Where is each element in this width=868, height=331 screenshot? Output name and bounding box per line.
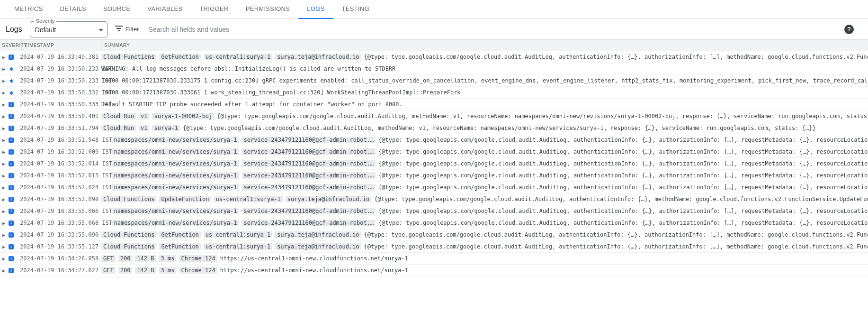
summary-chip <box>101 148 108 155</box>
severity-icon: i <box>8 232 20 238</box>
summary-text: {@type: type.googleapis.com/google.cloud… <box>378 137 868 143</box>
severity-icon: i <box>8 221 20 226</box>
summary-chip: service-243479121160@gcf-admin-robot.… <box>242 184 376 191</box>
tab-permissions[interactable]: PERMISSIONS <box>237 0 299 19</box>
severity-icon: i <box>8 138 20 143</box>
tab-trigger[interactable]: TRIGGER <box>191 0 237 19</box>
expand-icon[interactable]: ▶ <box>0 102 8 107</box>
expand-icon[interactable]: ▶ <box>0 244 8 249</box>
expand-icon[interactable]: ▶ <box>0 90 8 95</box>
tab-bar: METRICSDETAILSSOURCEVARIABLESTRIGGERPERM… <box>0 0 868 19</box>
summary: GET200142 B3 msChrome 124https://us-cent… <box>101 255 868 262</box>
summary: namespaces/omni-new/services/surya-1serv… <box>101 220 868 226</box>
search-input[interactable] <box>147 24 840 35</box>
summary-chip: 142 B <box>135 267 156 274</box>
severity-icon: i <box>8 173 20 178</box>
summary-chip <box>101 160 108 167</box>
tab-testing[interactable]: TESTING <box>333 0 378 19</box>
summary: namespaces/omni-new/services/surya-1serv… <box>101 160 868 167</box>
log-row[interactable]: ▶i2024-07-19 16:33:52.015 IST namespaces… <box>0 170 868 182</box>
timestamp: 2024-07-19 16:34:27.627 IST <box>20 267 101 274</box>
expand-icon[interactable]: ▶ <box>0 268 8 273</box>
severity-icon: i <box>8 55 20 60</box>
expand-icon[interactable]: ▶ <box>0 138 8 143</box>
severity-icon: i <box>8 149 20 155</box>
summary-chip: service-243479121160@gcf-admin-robot.… <box>242 137 376 143</box>
summary: GET200142 B3 msChrome 124https://us-cent… <box>101 267 868 274</box>
expand-icon[interactable]: ▶ <box>0 173 8 178</box>
summary: namespaces/omni-new/services/surya-1serv… <box>101 208 868 214</box>
log-row[interactable]: ▶✱2024-07-19 16:33:50.233 ISTI0000 00:00… <box>0 75 868 87</box>
log-row[interactable]: ▶i2024-07-19 16:33:52.014 IST namespaces… <box>0 158 868 170</box>
tab-metrics[interactable]: METRICS <box>6 0 52 19</box>
summary: Default STARTUP TCP probe succeeded afte… <box>101 101 868 108</box>
log-body: ▶i2024-07-19 16:33:49.381 ISTCloud Funct… <box>0 51 868 276</box>
summary-chip: service-243479121160@gcf-admin-robot.… <box>242 160 376 167</box>
severity-select[interactable]: Severity Default <box>30 21 107 37</box>
summary: Cloud FunctionsGetFunctionus-central1:su… <box>101 243 868 250</box>
summary-chip <box>101 184 108 191</box>
log-row[interactable]: ▶i2024-07-19 16:33:50.333 ISTDefault STA… <box>0 99 868 110</box>
severity-value: Default <box>35 26 56 34</box>
log-row[interactable]: ▶i2024-07-19 16:33:51.794 ISTCloud Runv1… <box>0 122 868 134</box>
log-row[interactable]: ▶i2024-07-19 16:33:55.127 ISTCloud Funct… <box>0 241 868 253</box>
timestamp: 2024-07-19 16:34:26.858 IST <box>20 255 101 262</box>
summary-chip: namespaces/omni-new/services/surya-1 <box>112 184 239 191</box>
expand-icon[interactable]: ▶ <box>0 197 8 202</box>
filter-button[interactable]: Filter <box>112 24 142 35</box>
log-row[interactable]: ▶i2024-07-19 16:33:55.090 ISTCloud Funct… <box>0 229 868 241</box>
expand-icon[interactable]: ▶ <box>0 55 8 60</box>
svg-rect-1 <box>116 28 121 29</box>
expand-icon[interactable]: ▶ <box>0 232 8 238</box>
log-row[interactable]: ▶i2024-07-19 16:33:52.009 IST namespaces… <box>0 146 868 158</box>
expand-icon[interactable]: ▶ <box>0 126 8 131</box>
summary-chip: namespaces/omni-new/services/surya-1 <box>112 148 239 155</box>
summary-chip: GET <box>101 255 116 262</box>
log-row[interactable]: ▶i2024-07-19 16:34:26.858 ISTGET200142 B… <box>0 253 868 265</box>
summary-chip: Cloud Run <box>101 125 136 131</box>
timestamp: 2024-07-19 16:33:52.015 IST <box>20 172 101 179</box>
severity-icon: i <box>8 244 20 249</box>
severity-icon: i <box>8 256 20 261</box>
summary: I0000 00:00:1721387030.233175 1 config.c… <box>101 77 868 84</box>
log-row[interactable]: ▶✱2024-07-19 16:33:50.332 ISTI0000 00:00… <box>0 87 868 99</box>
expand-icon[interactable]: ▶ <box>0 78 8 83</box>
summary-chip: us-central1:surya-1 <box>214 196 283 202</box>
timestamp: 2024-07-19 16:33:55.090 IST <box>20 231 101 238</box>
log-row[interactable]: ▶i2024-07-19 16:33:51.948 IST namespaces… <box>0 134 868 146</box>
summary-chip: Cloud Run <box>101 113 136 120</box>
tab-source[interactable]: SOURCE <box>95 0 139 19</box>
log-row[interactable]: ▶i2024-07-19 16:33:49.381 ISTCloud Funct… <box>0 51 868 63</box>
log-row[interactable]: ▶i2024-07-19 16:33:50.401 ISTCloud Runv1… <box>0 110 868 122</box>
summary-chip: service-243479121160@gcf-admin-robot.… <box>242 148 376 155</box>
summary-chip <box>101 137 108 143</box>
log-row[interactable]: ▶i2024-07-19 16:34:27.627 ISTGET200142 B… <box>0 265 868 276</box>
summary-chip: Cloud Functions <box>101 54 156 60</box>
expand-icon[interactable]: ▶ <box>0 256 8 261</box>
log-row[interactable]: ▶✱2024-07-19 16:33:50.233 ISTWARNING: Al… <box>0 63 868 75</box>
log-row[interactable]: ▶i2024-07-19 16:33:55.066 IST namespaces… <box>0 205 868 217</box>
tab-variables[interactable]: VARIABLES <box>139 0 191 19</box>
expand-icon[interactable]: ▶ <box>0 161 8 166</box>
expand-icon[interactable]: ▶ <box>0 221 8 226</box>
expand-icon[interactable]: ▶ <box>0 149 8 155</box>
log-row[interactable]: ▶i2024-07-19 16:33:55.068 IST namespaces… <box>0 217 868 229</box>
timestamp: 2024-07-19 16:33:52.024 IST <box>20 184 101 191</box>
expand-icon[interactable]: ▶ <box>0 66 8 72</box>
summary-chip: v1 <box>139 125 149 131</box>
summary: I0000 00:00:1721387030.333061 1 work_ste… <box>101 89 868 96</box>
timestamp: 2024-07-19 16:33:50.401 IST <box>20 113 101 120</box>
log-row[interactable]: ▶i2024-07-19 16:33:52.098 ISTCloud Funct… <box>0 193 868 205</box>
timestamp: 2024-07-19 16:33:50.233 IST <box>20 77 101 84</box>
log-row[interactable]: ▶i2024-07-19 16:33:52.024 IST namespaces… <box>0 182 868 193</box>
summary-text: {@type: type.googleapis.com/google.cloud… <box>364 243 868 250</box>
tab-logs[interactable]: LOGS <box>298 0 333 19</box>
expand-icon[interactable]: ▶ <box>0 114 8 119</box>
summary-chip: Cloud Functions <box>101 231 156 238</box>
summary-chip: service-243479121160@gcf-admin-robot.… <box>242 172 376 179</box>
tab-details[interactable]: DETAILS <box>52 0 95 19</box>
expand-icon[interactable]: ▶ <box>0 209 8 214</box>
help-icon[interactable]: ? <box>844 25 854 34</box>
expand-icon[interactable]: ▶ <box>0 185 8 190</box>
summary-chip: 200 <box>118 255 133 262</box>
